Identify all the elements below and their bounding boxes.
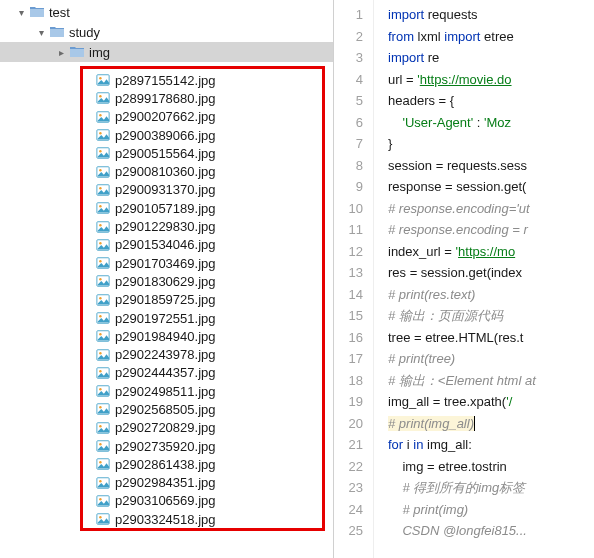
file-item[interactable]: p2903324518.jpg <box>83 510 322 528</box>
code-line: # print(img_all) <box>388 413 594 435</box>
line-number: 16 <box>334 327 363 349</box>
image-file-icon <box>95 273 111 289</box>
code-line: headers = { <box>388 90 594 112</box>
svg-point-49 <box>99 516 101 518</box>
file-item[interactable]: p2897155142.jpg <box>83 71 322 89</box>
image-file-icon <box>95 511 111 527</box>
line-number: 17 <box>334 348 363 370</box>
image-file-icon <box>95 310 111 326</box>
line-number: 2 <box>334 26 363 48</box>
line-number: 11 <box>334 219 363 241</box>
svg-point-31 <box>99 352 101 354</box>
folder-label: img <box>89 45 110 60</box>
code-line: # print(res.text) <box>388 284 594 306</box>
file-item[interactable]: p2902498511.jpg <box>83 382 322 400</box>
line-number: 9 <box>334 176 363 198</box>
file-item[interactable]: p2903106569.jpg <box>83 492 322 510</box>
file-item[interactable]: p2902735920.jpg <box>83 437 322 455</box>
svg-point-7 <box>99 132 101 134</box>
image-file-icon <box>95 255 111 271</box>
line-number: 3 <box>334 47 363 69</box>
line-number: 21 <box>334 434 363 456</box>
line-number: 10 <box>334 198 363 220</box>
file-item[interactable]: p2900810360.jpg <box>83 162 322 180</box>
image-file-icon <box>95 456 111 472</box>
image-file-icon <box>95 90 111 106</box>
line-number: 13 <box>334 262 363 284</box>
file-item[interactable]: p2902861438.jpg <box>83 455 322 473</box>
line-number: 8 <box>334 155 363 177</box>
file-item[interactable]: p2901057189.jpg <box>83 199 322 217</box>
svg-point-15 <box>99 205 101 207</box>
code-line: # response.encoding = r <box>388 219 594 241</box>
svg-point-27 <box>99 315 101 317</box>
file-item[interactable]: p2900389066.jpg <box>83 126 322 144</box>
file-item[interactable]: p2902984351.jpg <box>83 474 322 492</box>
code-line: res = session.get(index <box>388 262 594 284</box>
file-item[interactable]: p2901984940.jpg <box>83 327 322 345</box>
folder-icon <box>29 4 45 20</box>
code-editor: 1234567891011121314151617181920212223242… <box>334 0 594 558</box>
code-line: } <box>388 133 594 155</box>
folder-icon <box>49 24 65 40</box>
line-number: 24 <box>334 499 363 521</box>
file-item[interactable]: p2900515564.jpg <box>83 144 322 162</box>
file-name: p2902498511.jpg <box>115 384 216 399</box>
code-line: response = session.get( <box>388 176 594 198</box>
file-name: p2902243978.jpg <box>115 347 216 362</box>
files-highlight-box: p2897155142.jpgp2899178680.jpgp290020766… <box>80 66 325 531</box>
file-item[interactable]: p2901534046.jpg <box>83 236 322 254</box>
svg-point-17 <box>99 224 101 226</box>
tree-folder-test[interactable]: ▾ test <box>0 2 333 22</box>
image-file-icon <box>95 383 111 399</box>
image-file-icon <box>95 401 111 417</box>
tree-folder-study[interactable]: ▾ study <box>0 22 333 42</box>
file-item[interactable]: p2902444357.jpg <box>83 364 322 382</box>
file-name: p2900207662.jpg <box>115 109 216 124</box>
line-number: 12 <box>334 241 363 263</box>
file-item[interactable]: p2901830629.jpg <box>83 272 322 290</box>
file-item[interactable]: p2901972551.jpg <box>83 309 322 327</box>
svg-point-5 <box>99 114 101 116</box>
code-area[interactable]: import requestsfrom lxml import etreeimp… <box>374 0 594 558</box>
file-item[interactable]: p2900207662.jpg <box>83 108 322 126</box>
code-line: tree = etree.HTML(res.t <box>388 327 594 349</box>
image-file-icon <box>95 493 111 509</box>
file-item[interactable]: p2902720829.jpg <box>83 419 322 437</box>
image-file-icon <box>95 72 111 88</box>
image-file-icon <box>95 219 111 235</box>
file-item[interactable]: p2902243978.jpg <box>83 345 322 363</box>
file-item[interactable]: p2899178680.jpg <box>83 89 322 107</box>
tree-folder-img[interactable]: ▸ img <box>0 42 333 62</box>
file-name: p2902735920.jpg <box>115 439 216 454</box>
file-item[interactable]: p2901703469.jpg <box>83 254 322 272</box>
code-line: 'User-Agent' : 'Moz <box>388 112 594 134</box>
code-line: import requests <box>388 4 594 26</box>
code-line: img_all = tree.xpath('/ <box>388 391 594 413</box>
file-item[interactable]: p2902568505.jpg <box>83 400 322 418</box>
file-name: p2899178680.jpg <box>115 91 216 106</box>
file-name: p2901972551.jpg <box>115 311 216 326</box>
svg-point-1 <box>99 77 101 79</box>
line-number: 25 <box>334 520 363 542</box>
code-line: url = 'https://movie.do <box>388 69 594 91</box>
svg-point-33 <box>99 370 101 372</box>
line-number: 5 <box>334 90 363 112</box>
file-name: p2900389066.jpg <box>115 128 216 143</box>
svg-point-9 <box>99 150 101 152</box>
chevron-down-icon: ▾ <box>14 7 28 18</box>
file-item[interactable]: p2900931370.jpg <box>83 181 322 199</box>
line-number: 23 <box>334 477 363 499</box>
file-item[interactable]: p2901859725.jpg <box>83 291 322 309</box>
image-file-icon <box>95 328 111 344</box>
file-name: p2901830629.jpg <box>115 274 216 289</box>
file-item[interactable]: p2901229830.jpg <box>83 217 322 235</box>
svg-point-43 <box>99 461 101 463</box>
svg-point-39 <box>99 425 101 427</box>
code-line: index_url = 'https://mo <box>388 241 594 263</box>
image-file-icon <box>95 438 111 454</box>
file-name: p2902984351.jpg <box>115 475 216 490</box>
file-name: p2900810360.jpg <box>115 164 216 179</box>
line-number: 14 <box>334 284 363 306</box>
svg-point-3 <box>99 95 101 97</box>
